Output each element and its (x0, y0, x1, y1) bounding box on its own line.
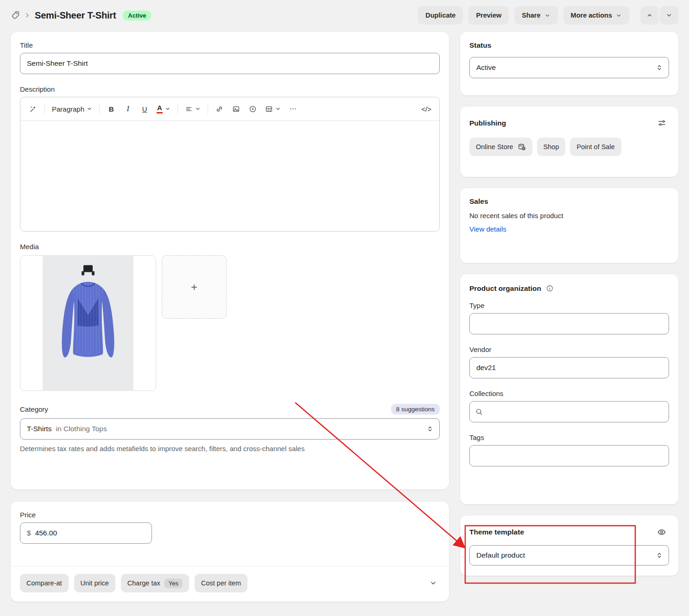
select-caret-icon (426, 425, 434, 433)
theme-template-preview-button[interactable] (654, 525, 669, 540)
insert-image-button[interactable] (228, 101, 244, 117)
charge-tax-value-badge: Yes (164, 578, 183, 588)
pricing-card: Price $ Compare-at Unit price Charge tax… (11, 502, 449, 602)
status-select[interactable]: Active (469, 57, 669, 78)
sales-message: No recent sales of this product (469, 212, 669, 220)
title-field: Title (20, 41, 440, 74)
tags-label: Tags (469, 434, 669, 441)
description-field: Description Paragraph (20, 85, 440, 232)
editor-toolbar: Paragraph B I U A (20, 97, 439, 121)
compare-at-chip[interactable]: Compare-at (20, 574, 69, 592)
underline-button[interactable]: U (137, 101, 152, 117)
category-select[interactable]: T-Shirts in Clothing Tops (20, 418, 440, 440)
collections-label: Collections (469, 390, 669, 397)
price-label: Price (20, 511, 440, 519)
category-value-sub: in Clothing Tops (56, 425, 107, 433)
video-icon (249, 105, 257, 113)
chevron-down-icon (616, 13, 622, 19)
share-button-label: Share (522, 12, 540, 19)
product-organization-card: Product organization Type Vendor Collect… (460, 274, 678, 504)
channel-point-of-sale[interactable]: Point of Sale (570, 138, 621, 156)
status-badge: Active (123, 11, 151, 20)
breadcrumb: Semi-Sheer T-Shirt Active (11, 10, 151, 21)
toolbar-divider (208, 104, 208, 114)
adjustments-icon (657, 119, 666, 127)
collections-input[interactable] (469, 401, 669, 422)
collapse-pricing-button[interactable] (427, 577, 440, 590)
theme-template-select[interactable]: Default product (469, 545, 669, 566)
previous-product-button[interactable] (640, 6, 659, 25)
table-icon (265, 105, 273, 113)
product-details-card: Title Description Paragraph (11, 32, 449, 490)
type-label: Type (469, 302, 669, 309)
description-editor: Paragraph B I U A (20, 97, 440, 232)
sales-card: Sales No recent sales of this product Vi… (460, 188, 678, 263)
currency-prefix: $ (27, 529, 31, 537)
type-input[interactable] (469, 313, 669, 334)
product-tag-icon[interactable] (11, 11, 20, 20)
select-caret-icon (656, 64, 663, 71)
eye-icon (657, 528, 666, 537)
chevron-down-icon (430, 579, 437, 587)
channel-online-store[interactable]: Online Store (469, 138, 532, 156)
italic-button[interactable]: I (120, 101, 136, 117)
channel-shop-label: Shop (544, 143, 559, 151)
price-input[interactable] (35, 529, 145, 537)
bold-button[interactable]: B (103, 101, 119, 117)
code-view-button[interactable]: </> (418, 101, 435, 117)
insert-video-button[interactable] (245, 101, 261, 117)
media-field: Media (20, 243, 440, 404)
chevron-down-icon (275, 106, 281, 112)
status-title: Status (469, 41, 669, 50)
sales-title: Sales (469, 197, 669, 206)
charge-tax-label: Charge tax (127, 579, 160, 587)
product-pagination (640, 6, 678, 25)
channel-shop[interactable]: Shop (537, 138, 566, 156)
cost-per-item-chip[interactable]: Cost per item (195, 574, 247, 592)
vendor-input[interactable] (469, 357, 669, 378)
manage-publishing-button[interactable] (655, 116, 669, 130)
page-content: Title Description Paragraph (0, 29, 689, 602)
charge-tax-chip[interactable]: Charge tax Yes (121, 574, 189, 592)
duplicate-button[interactable]: Duplicate (418, 6, 463, 25)
select-caret-icon (656, 552, 663, 559)
magic-wand-icon (29, 105, 37, 113)
tags-input[interactable] (469, 445, 669, 466)
table-dropdown[interactable] (262, 101, 284, 117)
unit-price-chip[interactable]: Unit price (74, 574, 115, 592)
channel-point-of-sale-label: Point of Sale (576, 143, 614, 151)
vendor-label: Vendor (469, 346, 669, 353)
share-button[interactable]: Share (514, 6, 557, 25)
info-icon (546, 284, 554, 292)
title-input[interactable] (20, 53, 440, 74)
paragraph-style-dropdown[interactable]: Paragraph (49, 101, 95, 117)
title-label: Title (20, 41, 440, 49)
chevron-down-icon (87, 106, 92, 112)
insert-link-button[interactable] (212, 101, 228, 117)
add-media-button[interactable]: + (162, 255, 227, 319)
type-field: Type (469, 302, 669, 334)
next-product-button[interactable] (660, 6, 678, 25)
view-details-link[interactable]: View details (469, 225, 506, 233)
description-editor-body[interactable] (20, 121, 439, 231)
product-image-thumbnail[interactable] (20, 255, 156, 391)
more-actions-label: More actions (571, 12, 612, 19)
category-suggestions-badge[interactable]: 8 suggestions (391, 404, 440, 415)
plus-icon: + (191, 281, 197, 294)
ai-generate-button[interactable] (25, 101, 41, 117)
chevron-down-icon (544, 13, 550, 19)
text-color-dropdown[interactable]: A (153, 101, 174, 117)
category-label: Category (20, 405, 48, 413)
publishing-title: Publishing (469, 119, 506, 127)
text-color-icon: A (157, 104, 163, 113)
product-organization-info-button[interactable] (545, 283, 555, 293)
chevron-down-icon (165, 106, 171, 112)
alignment-dropdown[interactable] (182, 101, 204, 117)
header-actions: Duplicate Preview Share More actions (418, 6, 678, 25)
theme-template-card: Theme template Default product (460, 515, 678, 576)
more-formatting-button[interactable]: ⋯ (285, 101, 301, 117)
calendar-clock-icon (518, 143, 526, 151)
more-actions-button[interactable]: More actions (563, 6, 629, 25)
preview-button[interactable]: Preview (468, 6, 509, 25)
channel-online-store-label: Online Store (476, 143, 513, 151)
